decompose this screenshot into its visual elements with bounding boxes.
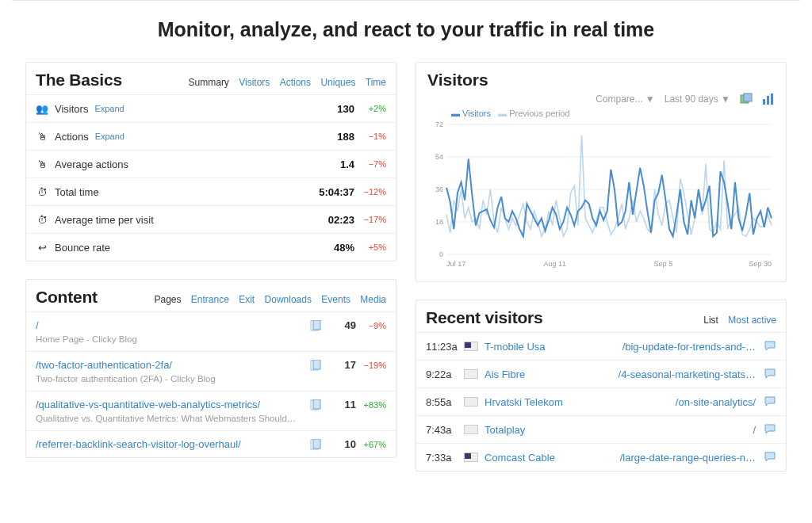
recent-row: 9:22aAis Fibre/4-seasonal-marketing-stat…: [416, 360, 786, 387]
page-icon: [310, 360, 321, 371]
basics-row-value: 48%: [315, 242, 359, 254]
basics-row-value: 02:23: [315, 214, 359, 226]
content-subtitle: Qualitative vs. Quantitative Metrics: Wh…: [36, 414, 386, 423]
basics-row-label: Bounce rate: [55, 242, 110, 254]
content-count: 10: [329, 438, 356, 450]
chat-icon[interactable]: [764, 340, 776, 353]
recent-page-link[interactable]: /: [753, 424, 756, 436]
expand-link[interactable]: Expand: [94, 104, 124, 113]
recent-page-link[interactable]: /large-date-range-queries-n…: [620, 452, 756, 464]
basics-tab-time[interactable]: Time: [366, 77, 386, 88]
basics-tab-summary[interactable]: Summary: [189, 77, 229, 88]
svg-text:72: 72: [435, 120, 443, 128]
range-dropdown[interactable]: Last 90 days ▼: [665, 94, 730, 105]
recent-time: 7:33a: [426, 452, 464, 464]
basics-tab-visitors[interactable]: Visitors: [239, 77, 270, 88]
svg-text:0: 0: [439, 250, 443, 258]
svg-rect-5: [313, 399, 320, 409]
basics-row-label: Actions: [55, 131, 89, 143]
flag-icon: [464, 369, 478, 379]
content-path-link[interactable]: /two-factor-authentication-2fa/: [36, 359, 310, 371]
flag-icon: [464, 452, 478, 462]
svg-rect-1: [313, 320, 320, 330]
visitors-icon: 👥: [36, 102, 48, 115]
recent-heading: Recent visitors: [426, 308, 543, 327]
svg-text:54: 54: [435, 153, 443, 161]
basics-row-value: 130: [315, 103, 359, 115]
avg-actions-icon: 🖱: [36, 158, 48, 170]
svg-text:18: 18: [435, 218, 443, 226]
basics-heading: The Basics: [36, 71, 122, 90]
content-panel: Content Pages Entrance Exit Downloads Ev…: [25, 279, 396, 458]
avg-time-icon: ⏱: [36, 213, 48, 226]
svg-text:Aug 11: Aug 11: [543, 260, 566, 268]
chat-icon[interactable]: [764, 423, 776, 436]
basics-row-delta: −1%: [359, 132, 386, 141]
recent-tabs: List Most active: [696, 315, 776, 326]
recent-page-link[interactable]: /big-update-for-trends-and-…: [622, 341, 756, 353]
basics-tab-actions[interactable]: Actions: [280, 77, 311, 88]
recent-tab-active[interactable]: Most active: [728, 315, 776, 326]
svg-rect-7: [313, 439, 320, 449]
recent-row: 8:55aHrvatski Telekom/on-site-analytics/: [416, 387, 786, 415]
page-icon: [310, 320, 321, 331]
bounce-icon: ↩: [36, 241, 48, 254]
flag-icon: [464, 397, 478, 407]
content-tab-entrance[interactable]: Entrance: [191, 294, 229, 305]
chat-icon[interactable]: [764, 395, 776, 408]
content-tabs: Pages Entrance Exit Downloads Events Med…: [147, 294, 386, 305]
recent-page-link[interactable]: /on-site-analytics/: [676, 396, 756, 408]
page-title: Monitor, analyze, and react to your traf…: [0, 18, 812, 41]
expand-link[interactable]: Expand: [95, 132, 124, 141]
content-delta: −19%: [356, 361, 386, 370]
content-row: /two-factor-authentication-2fa/17−19%Two…: [26, 351, 396, 391]
svg-rect-9: [744, 94, 752, 101]
recent-isp-link[interactable]: T-mobile Usa: [485, 341, 546, 353]
svg-text:Sep 5: Sep 5: [654, 260, 673, 268]
recent-isp-link[interactable]: Comcast Cable: [485, 452, 555, 464]
content-tab-downloads[interactable]: Downloads: [265, 294, 312, 305]
actions-icon: 🖱: [36, 130, 48, 143]
content-tab-media[interactable]: Media: [360, 294, 386, 305]
content-path-link[interactable]: /: [36, 319, 310, 331]
content-path-link[interactable]: /qualitative-vs-quantitative-web-analyti…: [36, 399, 310, 410]
chat-icon[interactable]: [764, 368, 776, 380]
recent-isp-link[interactable]: Ais Fibre: [485, 368, 525, 380]
content-delta: +83%: [356, 400, 386, 410]
svg-text:Jul 17: Jul 17: [446, 260, 465, 268]
basics-row-value: 1.4: [315, 158, 359, 170]
content-count: 49: [329, 319, 356, 331]
basics-tab-uniques[interactable]: Uniques: [320, 77, 355, 88]
content-path-link[interactable]: /referrer-backlink-search-visitor-log-ov…: [36, 438, 310, 450]
svg-rect-12: [771, 94, 773, 105]
basics-row-delta: +2%: [359, 104, 386, 113]
recent-page-link[interactable]: /4-seasonal-marketing-stats…: [619, 368, 756, 380]
basics-row: ⏱Total time5:04:37−12%: [26, 178, 396, 205]
visitors-heading: Visitors: [427, 71, 488, 90]
content-tab-pages[interactable]: Pages: [154, 294, 181, 305]
basics-row-label: Total time: [55, 186, 99, 198]
export-icon[interactable]: [740, 93, 753, 105]
content-count: 17: [329, 359, 356, 371]
basics-row-label: Average time per visit: [55, 214, 154, 226]
recent-tab-list[interactable]: List: [703, 315, 718, 326]
recent-row: 7:33aComcast Cable/large-date-range-quer…: [416, 443, 786, 471]
compare-dropdown[interactable]: Compare... ▼: [596, 94, 655, 105]
recent-isp-link[interactable]: Totalplay: [485, 424, 525, 436]
svg-rect-10: [763, 99, 765, 105]
chat-icon[interactable]: [764, 451, 776, 464]
recent-isp-link[interactable]: Hrvatski Telekom: [485, 396, 563, 408]
content-delta: +67%: [356, 440, 386, 449]
flag-icon: [464, 425, 478, 434]
total-time-icon: ⏱: [36, 185, 48, 198]
svg-text:Sep 30: Sep 30: [749, 260, 772, 268]
chart-legend: ▬ Visitors ▬ Previous period: [416, 105, 786, 118]
basics-row: 🖱ActionsExpand188−1%: [26, 122, 396, 150]
content-tab-exit[interactable]: Exit: [239, 294, 255, 305]
content-heading: Content: [36, 288, 98, 307]
flag-icon: [464, 342, 478, 351]
basics-row-label: Visitors: [55, 103, 88, 115]
content-tab-events[interactable]: Events: [321, 294, 350, 305]
basics-row: ⏱Average time per visit02:23−17%: [26, 205, 396, 233]
bar-chart-icon[interactable]: [762, 93, 775, 105]
